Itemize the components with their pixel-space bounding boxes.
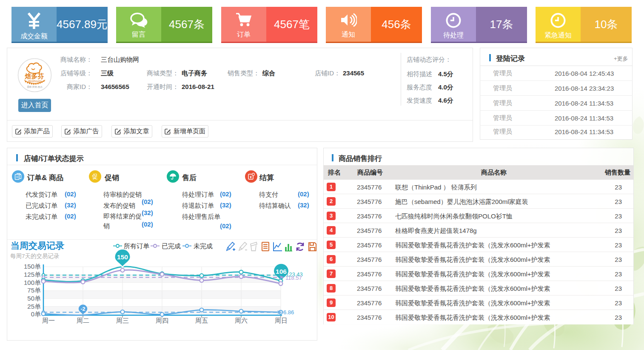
svg-text:周一: 周一 <box>42 317 55 324</box>
svg-text:25单: 25单 <box>27 303 41 310</box>
svg-text:焙多芬: 焙多芬 <box>25 72 44 80</box>
svg-text:150: 150 <box>117 253 128 261</box>
svg-text:106: 106 <box>276 268 287 275</box>
svg-text:周四: 周四 <box>156 317 168 324</box>
svg-text:150单: 150单 <box>24 263 41 270</box>
svg-text:周六: 周六 <box>235 317 248 324</box>
svg-text:周日: 周日 <box>275 317 288 324</box>
svg-text:当周交易记录: 当周交易记录 <box>11 241 64 250</box>
svg-text:未完成: 未完成 <box>194 242 213 250</box>
svg-text:125单: 125单 <box>24 271 41 278</box>
svg-text:周五: 周五 <box>195 317 208 324</box>
svg-text:蛋糕·烘焙·西点: 蛋糕·烘焙·西点 <box>27 85 43 89</box>
svg-text:6.86: 6.86 <box>283 309 294 316</box>
svg-text:已完成: 已完成 <box>162 242 181 250</box>
svg-text:周二: 周二 <box>77 317 89 324</box>
svg-text:所有订单: 所有订单 <box>124 242 149 250</box>
svg-text:每周7天的交易记录: 每周7天的交易记录 <box>10 253 60 259</box>
svg-text:100单: 100单 <box>24 279 41 286</box>
svg-text:75单: 75单 <box>27 287 41 294</box>
svg-text:周三: 周三 <box>116 317 129 324</box>
svg-text:118.57: 118.57 <box>285 275 302 281</box>
svg-text:50单: 50单 <box>27 295 41 302</box>
svg-text:0单: 0单 <box>31 310 41 318</box>
svg-text:-2: -2 <box>80 306 85 312</box>
svg-text:Beethoven: Beethoven <box>28 80 41 83</box>
